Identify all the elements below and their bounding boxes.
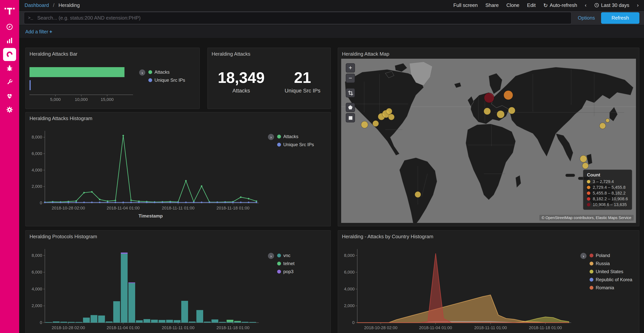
svg-text:2,000: 2,000: [32, 184, 42, 189]
legend-color-dot: [277, 270, 281, 273]
map-count-legend: Count 3 – 2,729.42,729.4 – 5,455.85,455.…: [583, 170, 632, 210]
chart-legend: › PolandRussiaUnited StatesRepublic of K…: [580, 253, 632, 290]
legend-toggle-chevron-icon[interactable]: ›: [268, 253, 274, 259]
panel-heralding-attacks-bar: Heralding Attacks Bar 5,00010,00015,000 …: [25, 48, 200, 109]
query-bar: >_ Options Refresh: [19, 11, 644, 25]
edit-button[interactable]: Edit: [527, 2, 536, 8]
zoom-out-button[interactable]: −: [346, 74, 355, 83]
svg-text:2,000: 2,000: [344, 303, 354, 308]
sidebar-item-management[interactable]: [0, 103, 19, 117]
svg-text:4,000: 4,000: [32, 286, 42, 291]
map-attribution[interactable]: © OpenStreetMap contributors, Elastic Ma…: [539, 215, 634, 221]
legend-item-vnc[interactable]: vnc: [277, 253, 294, 258]
filter-bar: Add a filter+: [19, 25, 644, 38]
compass-icon: [6, 23, 14, 31]
time-back-button[interactable]: ‹: [585, 2, 586, 8]
legend-item-romania[interactable]: Romania: [590, 285, 632, 290]
legend-item-attacks[interactable]: Attacks: [277, 134, 314, 139]
svg-text:2018-11-04 01:00: 2018-11-04 01:00: [419, 325, 452, 330]
map-legend-item: 5,455.8 – 8,182.2: [587, 191, 628, 195]
search-input[interactable]: [36, 15, 571, 21]
draw-rectangle-button[interactable]: [346, 113, 355, 122]
legend-toggle-chevron-icon[interactable]: ›: [139, 70, 145, 76]
panel-heralding-protocols-histogram: Heralding Protocols Histogram 02,0004,00…: [25, 230, 331, 333]
map-point[interactable]: [582, 163, 588, 169]
country-histogram-chart[interactable]: 02,0004,0006,0008,0002018-10-28 02:00201…: [339, 240, 576, 333]
breadcrumb-dashboard-link[interactable]: Dashboard: [24, 2, 49, 8]
sidebar: [0, 0, 19, 333]
clone-button[interactable]: Clone: [506, 2, 520, 8]
legend-item-unique-src-ips[interactable]: Unique Src IPs: [148, 78, 185, 83]
add-filter-link[interactable]: Add a filter+: [25, 29, 52, 35]
panel-title: Heralding Attacks: [208, 48, 330, 57]
legend-item-attacks[interactable]: Attacks: [148, 70, 185, 75]
plus-icon: +: [50, 29, 52, 35]
polygon-icon: [348, 105, 353, 110]
sidebar-item-attack-stats[interactable]: [0, 61, 19, 75]
legend-color-dot: [277, 143, 281, 147]
protocols-histogram-chart[interactable]: 02,0004,0006,0008,0002018-10-28 02:00201…: [26, 240, 264, 333]
draw-polygon-button[interactable]: [346, 103, 355, 112]
sidebar-item-visualize[interactable]: [0, 34, 19, 48]
legend-item-republic-of-korea[interactable]: Republic of Korea: [590, 277, 632, 282]
legend-item-united-states[interactable]: United States: [590, 269, 632, 274]
options-link[interactable]: Options: [578, 15, 595, 21]
legend-label: pop3: [283, 269, 294, 274]
svg-text:2018-11-11 01:00: 2018-11-11 01:00: [474, 325, 507, 330]
svg-text:5,000: 5,000: [50, 97, 60, 102]
legend-item-unique-src-ips[interactable]: Unique Src IPs: [277, 142, 314, 147]
attack-map[interactable]: + − Count: [341, 59, 636, 223]
svg-text:2018-11-18 01:00: 2018-11-18 01:00: [529, 325, 562, 330]
legend-item-pop3[interactable]: pop3: [277, 269, 294, 274]
map-point[interactable]: [361, 121, 368, 128]
legend-item-russia[interactable]: Russia: [590, 261, 632, 266]
map-point[interactable]: [497, 111, 504, 118]
metric-label: Unique Src IPs: [284, 88, 320, 94]
chart-legend: › AttacksUnique Src IPs: [268, 134, 314, 147]
legend-toggle-chevron-icon[interactable]: ›: [580, 253, 586, 259]
svg-text:2018-11-11 01:00: 2018-11-11 01:00: [162, 325, 194, 330]
sidebar-item-monitoring[interactable]: [0, 89, 19, 103]
attacks-histogram-chart[interactable]: 02,0004,0006,0008,0002018-10-28 02:00201…: [26, 122, 264, 226]
map-point[interactable]: [606, 119, 610, 122]
legend-item-poland[interactable]: Poland: [590, 253, 632, 258]
breadcrumb-current: Heralding: [58, 2, 80, 8]
legend-label: Romania: [596, 285, 614, 290]
map-point[interactable]: [415, 191, 421, 198]
map-point[interactable]: [504, 91, 513, 100]
crop-icon: [348, 90, 353, 95]
map-point[interactable]: [484, 93, 494, 103]
full-screen-button[interactable]: Full screen: [453, 2, 478, 8]
sidebar-item-discover[interactable]: [0, 20, 19, 34]
sidebar-item-dashboard[interactable]: [0, 48, 19, 61]
sidebar-item-dev-tools[interactable]: [0, 75, 19, 89]
clock-icon: [594, 3, 599, 8]
svg-text:Timestamp: Timestamp: [138, 213, 163, 218]
share-button[interactable]: Share: [485, 2, 498, 8]
svg-text:8,000: 8,000: [344, 253, 354, 258]
attacks-bar-chart[interactable]: 5,00010,00015,000: [29, 65, 140, 103]
fit-bounds-button[interactable]: [346, 88, 355, 97]
map-point[interactable]: [388, 114, 394, 120]
map-point[interactable]: [600, 123, 606, 129]
legend-label: Unique Src IPs: [154, 78, 185, 83]
legend-toggle-chevron-icon[interactable]: ›: [268, 134, 274, 140]
map-point[interactable]: [372, 120, 379, 127]
refresh-button[interactable]: Refresh: [601, 12, 640, 24]
map-point[interactable]: [508, 107, 515, 114]
legend-item-telnet[interactable]: telnet: [277, 261, 294, 266]
svg-text:15,000: 15,000: [100, 97, 114, 102]
panel-title: Heralding Attack Map: [338, 48, 639, 57]
metric-unique-src-ips: 21 Unique Src IPs: [284, 69, 320, 94]
legend-color-dot: [277, 254, 281, 257]
map-point[interactable]: [386, 108, 392, 114]
kibana-dashboard-app: Dashboard / Heralding Full screen Share …: [0, 0, 644, 333]
map-point[interactable]: [580, 155, 587, 162]
time-range-button[interactable]: Last 30 days: [594, 2, 629, 8]
map-point[interactable]: [484, 108, 491, 115]
t-logo-icon: [4, 4, 15, 16]
chart-legend: › AttacksUnique Src IPs: [139, 70, 185, 83]
auto-refresh-button[interactable]: ↻ Auto-refresh: [544, 2, 577, 8]
zoom-in-button[interactable]: +: [346, 63, 355, 73]
legend-label: Attacks: [154, 70, 170, 75]
